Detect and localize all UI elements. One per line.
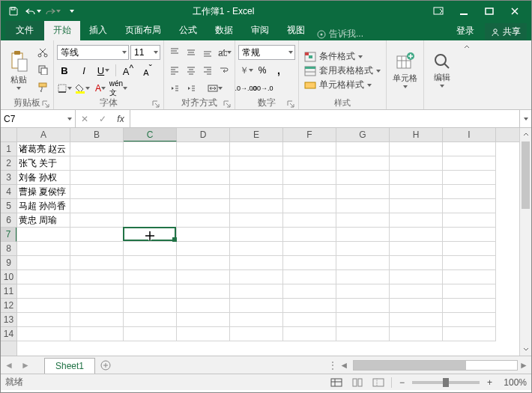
minimize-button[interactable] [452, 3, 476, 19]
formula-bar[interactable] [130, 110, 519, 127]
cell[interactable] [283, 299, 336, 313]
cell[interactable] [124, 270, 177, 284]
tab-view[interactable]: 视图 [278, 21, 314, 40]
paste-button[interactable]: 粘贴 [4, 42, 34, 97]
cell[interactable] [177, 213, 230, 228]
cell[interactable] [124, 313, 177, 327]
cell[interactable] [443, 185, 496, 199]
add-sheet-button[interactable] [95, 356, 116, 374]
cell[interactable] [70, 270, 124, 284]
cell[interactable] [336, 171, 390, 185]
cell[interactable] [390, 270, 443, 284]
cell[interactable] [177, 171, 230, 185]
col-header[interactable]: B [70, 128, 124, 141]
cell[interactable] [177, 242, 230, 256]
cells-area[interactable]: 诸葛亮 赵云张飞 关于刘备 孙权曹操 夏侯惇马超 孙尚香黄忠 周瑜 [17, 142, 519, 356]
col-header[interactable]: F [283, 128, 336, 141]
row-header[interactable]: 11 [1, 284, 16, 299]
cell[interactable] [124, 327, 177, 341]
cell[interactable] [336, 213, 390, 228]
select-all-corner[interactable] [1, 128, 17, 142]
scroll-down-button[interactable] [520, 344, 531, 356]
tell-me[interactable]: 告诉我... [317, 28, 363, 40]
cell[interactable] [390, 284, 443, 299]
merge-center-button[interactable] [208, 81, 223, 96]
cell[interactable] [124, 199, 177, 213]
cell[interactable] [177, 327, 230, 341]
cell[interactable] [70, 327, 124, 341]
cell[interactable] [283, 228, 336, 242]
cell[interactable] [124, 242, 177, 256]
row-header[interactable]: 12 [1, 299, 16, 313]
cell[interactable] [177, 228, 230, 242]
cell[interactable] [443, 171, 496, 185]
cell[interactable] [17, 313, 70, 327]
cell[interactable] [336, 299, 390, 313]
launcher-icon[interactable] [151, 100, 160, 109]
cell[interactable] [70, 156, 124, 171]
zoom-in-button[interactable]: + [484, 377, 495, 388]
cell-styles-button[interactable]: 单元格样式 [302, 79, 383, 91]
cell[interactable] [443, 142, 496, 156]
cell[interactable] [70, 256, 124, 270]
cell[interactable] [124, 299, 177, 313]
cell[interactable] [70, 199, 124, 213]
name-box-input[interactable] [4, 114, 67, 124]
cell[interactable]: 刘备 孙权 [17, 171, 70, 185]
cell[interactable] [230, 156, 283, 171]
formula-input[interactable] [133, 114, 516, 124]
cell[interactable] [390, 213, 443, 228]
cell[interactable] [70, 213, 124, 228]
cell[interactable] [390, 327, 443, 341]
cell[interactable] [283, 213, 336, 228]
column-headers[interactable]: ABCDEFGHI [17, 128, 519, 142]
cell[interactable] [336, 142, 390, 156]
customize-qat-button[interactable] [64, 3, 80, 19]
col-header[interactable]: G [336, 128, 390, 141]
row-header[interactable]: 4 [1, 185, 16, 199]
row-header[interactable]: 3 [1, 171, 16, 185]
cell[interactable] [283, 199, 336, 213]
cell[interactable] [70, 299, 124, 313]
col-header[interactable]: I [443, 128, 496, 141]
cell[interactable] [283, 327, 336, 341]
cell[interactable] [443, 284, 496, 299]
cell[interactable] [230, 228, 283, 242]
cell[interactable] [230, 242, 283, 256]
close-button[interactable] [503, 3, 527, 19]
cell[interactable] [443, 313, 496, 327]
editing-button[interactable]: 编辑 [427, 42, 457, 97]
tab-formulas[interactable]: 公式 [170, 21, 206, 40]
cell[interactable] [283, 185, 336, 199]
ribbon-options-button[interactable] [426, 3, 450, 19]
row-header[interactable]: 5 [1, 199, 16, 213]
cell[interactable] [70, 242, 124, 256]
col-header[interactable]: E [230, 128, 283, 141]
page-layout-view-button[interactable] [349, 376, 366, 389]
tab-insert[interactable]: 插入 [80, 21, 116, 40]
name-box[interactable] [1, 110, 76, 127]
align-left-button[interactable] [167, 63, 182, 78]
normal-view-button[interactable] [328, 376, 345, 389]
align-middle-button[interactable] [184, 45, 199, 60]
cell[interactable] [390, 299, 443, 313]
cell[interactable] [230, 327, 283, 341]
cell[interactable] [17, 242, 70, 256]
cell[interactable] [124, 256, 177, 270]
format-as-table-button[interactable]: 套用表格格式 [302, 64, 383, 77]
tab-review[interactable]: 审阅 [242, 21, 278, 40]
cell[interactable] [177, 185, 230, 199]
cell[interactable] [336, 284, 390, 299]
col-header[interactable]: H [390, 128, 443, 141]
cell[interactable] [70, 185, 124, 199]
sheet-nav-prev[interactable]: ◄ [1, 356, 17, 374]
cell[interactable] [124, 185, 177, 199]
cell[interactable] [283, 270, 336, 284]
insert-function-button[interactable]: fx [112, 114, 130, 124]
zoom-slider[interactable] [412, 381, 480, 384]
cell[interactable] [70, 313, 124, 327]
cell[interactable] [283, 256, 336, 270]
cell[interactable] [390, 199, 443, 213]
cell[interactable] [336, 270, 390, 284]
col-header[interactable]: C [124, 128, 177, 141]
